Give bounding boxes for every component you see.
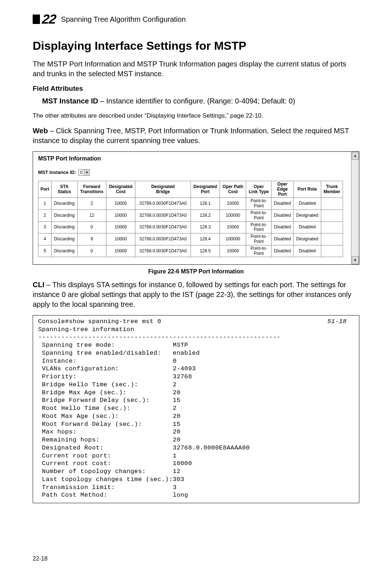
cell: 10000 <box>106 198 135 210</box>
cell: 10000 <box>106 221 135 233</box>
cell: 32768.0.0030F1D473A0 <box>135 198 191 210</box>
chapter-box-icon <box>33 15 40 24</box>
chapter-number: 22 <box>41 12 57 27</box>
cell: 32768.0.0030F1D473A0 <box>135 221 191 233</box>
running-head: 22 Spanning Tree Algorithm Configuration <box>33 12 359 27</box>
cell: Point-to-Point <box>246 209 271 221</box>
table-row: 1Discarding21000032768.0.0030F1D473A0128… <box>38 198 343 210</box>
col-port-role: Port Role <box>293 181 321 198</box>
cell: 2 <box>77 198 106 210</box>
intro-paragraph: The MSTP Port Information and MSTP Trunk… <box>33 59 359 79</box>
mst-instance-label: MST Instance ID: <box>38 170 76 175</box>
cell: 128.3 <box>191 221 220 233</box>
cell <box>321 233 343 245</box>
cell: 3 <box>38 221 52 233</box>
cell: Disabled <box>271 198 294 210</box>
cell <box>321 245 343 257</box>
cell: Discarding <box>51 233 77 245</box>
cell: Discarding <box>51 221 77 233</box>
cell: Disabled <box>271 209 294 221</box>
cell: Disabled <box>271 221 294 233</box>
col-designated-port: DesignatedPort <box>191 181 220 198</box>
table-header-row: Port STAStatus ForwardTransitions Design… <box>38 181 343 198</box>
cell: Disabled <box>293 221 321 233</box>
cell: 0 <box>77 245 106 257</box>
cell: 1 <box>38 198 52 210</box>
cli-text: – This displays STA settings for instanc… <box>33 281 351 308</box>
mstp-port-table: Port STAStatus ForwardTransitions Design… <box>38 181 343 257</box>
cell: 128.2 <box>191 209 220 221</box>
cell: Designated <box>293 233 321 245</box>
col-oper-link-type: OperLink Type <box>246 181 271 198</box>
col-designated-bridge: DesignatedBridge <box>135 181 191 198</box>
table-row: 3Discarding01000032768.0.0030F1D473A0128… <box>38 221 343 233</box>
cell: Point-to-Point <box>246 245 271 257</box>
cell: 10000 <box>220 198 246 210</box>
mst-instance-value: 0 <box>79 170 84 175</box>
cell: 128.5 <box>191 245 220 257</box>
cell: Disabled <box>271 233 294 245</box>
table-body: 1Discarding21000032768.0.0030F1D473A0128… <box>38 198 343 257</box>
cell: 10000 <box>106 209 135 221</box>
chapter-title: Spanning Tree Algorithm Configuration <box>61 15 186 24</box>
cell: 5 <box>38 245 52 257</box>
chapter-badge: 22 <box>33 12 56 27</box>
page-number: 22-18 <box>33 555 48 562</box>
scrollbar[interactable]: ▲ ▼ <box>351 152 359 264</box>
figure-caption: Figure 22-6 MSTP Port Information <box>33 268 359 275</box>
cli-output-text: Console#show spanning-tree mst 0 Spannin… <box>38 318 281 499</box>
col-designated-cost: DesignatedCost <box>106 181 135 198</box>
web-paragraph: Web – Click Spanning Tree, MSTP, Port In… <box>33 126 359 146</box>
cell: Point-to-Point <box>246 221 271 233</box>
scroll-up-icon[interactable]: ▲ <box>352 152 359 160</box>
col-fwd-transitions: ForwardTransitions <box>77 181 106 198</box>
mstp-port-info-panel: MSTP Port Information MST Instance ID: 0… <box>33 151 359 265</box>
web-text: – Click Spanning Tree, MSTP, Port Inform… <box>33 127 349 144</box>
cell: 0 <box>77 221 106 233</box>
web-prefix: Web <box>33 127 48 135</box>
cell: 128.4 <box>191 233 220 245</box>
cell: 10000 <box>106 245 135 257</box>
field-attributes-heading: Field Attributes <box>33 85 359 93</box>
cell: 12 <box>77 209 106 221</box>
other-attributes-note: The other attributes are described under… <box>33 112 359 120</box>
cell: Discarding <box>51 209 77 221</box>
panel-title: MSTP Port Information <box>38 155 346 162</box>
cell: 32768.0.0030F1D473A0 <box>135 209 191 221</box>
col-port: Port <box>38 181 52 198</box>
cell: Discarding <box>51 245 77 257</box>
col-sta-status: STAStatus <box>51 181 77 198</box>
cell: 32768.0.0030F1D473A0 <box>135 233 191 245</box>
col-oper-path-cost: Oper PathCost <box>220 181 246 198</box>
cell: Disabled <box>271 245 294 257</box>
cell: Disabled <box>293 198 321 210</box>
cell: 100000 <box>220 233 246 245</box>
cell: Discarding <box>51 198 77 210</box>
cli-page-ref: 51-18 <box>327 318 347 326</box>
cell: 10000 <box>220 221 246 233</box>
page-heading: Displaying Interface Settings for MSTP <box>33 39 359 53</box>
cell: 10000 <box>220 245 246 257</box>
cell: Point-to-Point <box>246 233 271 245</box>
cell: Disabled <box>293 245 321 257</box>
cell: 4 <box>38 233 52 245</box>
cli-output: 51-18Console#show spanning-tree mst 0 Sp… <box>33 315 359 503</box>
cell: 10000 <box>106 233 135 245</box>
mst-instance-row: MST Instance ID: 0 ▼ <box>38 169 346 176</box>
table-row: 4Discarding91000032768.0.0030F1D473A0128… <box>38 233 343 245</box>
cell <box>321 209 343 221</box>
cell: 100000 <box>220 209 246 221</box>
cell <box>321 221 343 233</box>
cell: 32768.0.0030F1D473A0 <box>135 245 191 257</box>
col-oper-edge-port: OperEdgePort <box>271 181 294 198</box>
scroll-down-icon[interactable]: ▼ <box>352 256 359 264</box>
mst-instance-select[interactable]: 0 ▼ <box>78 169 90 176</box>
cell: Point-to-Point <box>246 198 271 210</box>
chevron-down-icon[interactable]: ▼ <box>84 170 89 175</box>
cell: 2 <box>38 209 52 221</box>
table-row: 5Discarding01000032768.0.0030F1D473A0128… <box>38 245 343 257</box>
col-trunk-member: TrunkMember <box>321 181 343 198</box>
cli-prefix: CLI <box>33 281 44 289</box>
cli-paragraph: CLI – This displays STA settings for ins… <box>33 280 359 309</box>
cell: Designated <box>293 209 321 221</box>
